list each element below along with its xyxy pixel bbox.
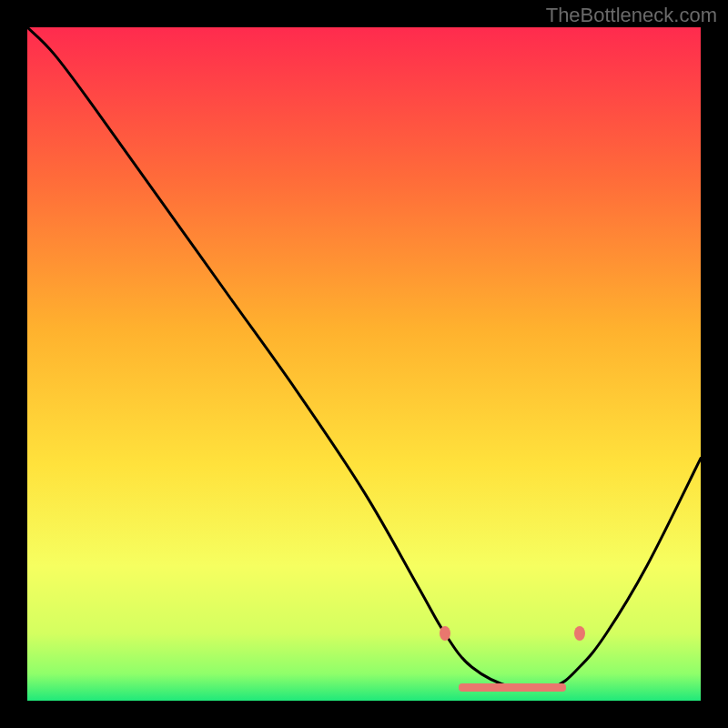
plot-area: [27, 27, 701, 701]
bottleneck-curve: [27, 27, 701, 701]
curve-marker-left: [440, 626, 450, 641]
optimal-range-bar: [459, 683, 566, 692]
watermark-text: TheBottleneck.com: [546, 4, 717, 27]
curve-marker-right: [574, 626, 585, 641]
